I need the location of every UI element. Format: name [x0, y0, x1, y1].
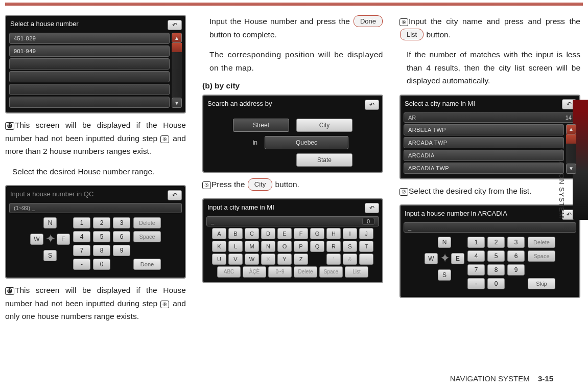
direction-south-button[interactable]: S	[438, 269, 451, 281]
direction-west-button[interactable]: W	[425, 253, 438, 264]
num-key[interactable]: 3	[507, 237, 525, 248]
num-key[interactable]: 8	[487, 264, 505, 276]
digits-key[interactable]: 0~9	[268, 266, 292, 278]
letter-key[interactable]: G	[310, 228, 324, 239]
letter-key[interactable]: I	[343, 228, 357, 239]
screenshot-select-city: Select a city name in MI ↶ AR 14 ARBELA …	[399, 95, 580, 179]
letter-key[interactable]: Y	[277, 254, 292, 265]
num-key[interactable]: 9	[113, 245, 130, 256]
space-button[interactable]: Space	[528, 250, 555, 262]
num-key[interactable]: 6	[507, 250, 525, 262]
space-button[interactable]: Space	[133, 231, 161, 242]
num-key[interactable]: 5	[487, 250, 505, 262]
letter-key[interactable]: T	[359, 241, 373, 252]
letter-key[interactable]: X	[261, 254, 275, 265]
letter-key[interactable]: B	[228, 228, 243, 239]
back-icon[interactable]: ↶	[168, 20, 182, 30]
footer-page-number: 3-15	[538, 374, 553, 383]
letter-key[interactable]: Z	[294, 254, 308, 265]
delete-button[interactable]: Delete	[528, 237, 555, 248]
region-button[interactable]: Quebec	[265, 136, 348, 149]
instruction-map: The corresponding position will be displ…	[202, 48, 383, 74]
letter-key[interactable]: R	[326, 241, 341, 252]
step-6-note: If the number of matches with the input …	[399, 48, 580, 87]
letter-key[interactable]: K	[212, 241, 226, 252]
letter-key[interactable]: '	[326, 254, 341, 265]
letter-key[interactable]: S	[343, 241, 357, 252]
back-icon[interactable]: ↶	[365, 203, 379, 213]
num-key[interactable]: 0	[487, 278, 505, 289]
letter-key[interactable]: W	[245, 254, 259, 265]
num-key[interactable]: 9	[507, 264, 525, 276]
num-key[interactable]: 0	[93, 259, 110, 270]
direction-east-button[interactable]: E	[57, 234, 70, 245]
letter-key[interactable]: A	[212, 228, 226, 239]
city-button[interactable]: City	[296, 119, 352, 132]
num-key[interactable]: 4	[467, 250, 485, 262]
direction-south-button[interactable]: S	[43, 250, 57, 261]
list-item[interactable]: ARBELA TWP	[404, 124, 564, 135]
letter-key[interactable]: U	[212, 254, 226, 265]
direction-west-button[interactable]: W	[30, 234, 43, 245]
list-item[interactable]: 901-949	[9, 45, 170, 57]
num-key[interactable]: 2	[93, 217, 110, 228]
list-item[interactable]: ARCADIA	[404, 150, 564, 161]
num-key[interactable]: 3	[113, 217, 130, 228]
space-key[interactable]: Space	[319, 266, 343, 278]
letter-key[interactable]: O	[277, 241, 292, 252]
text-input[interactable]: _	[404, 222, 576, 233]
done-button[interactable]: Done	[133, 259, 161, 270]
scroll-up-icon[interactable]: ▲	[172, 33, 182, 43]
num-key[interactable]: 6	[113, 231, 130, 242]
direction-north-button[interactable]: N	[43, 217, 57, 228]
list-key[interactable]: List	[345, 266, 368, 278]
skip-button[interactable]: Skip	[528, 278, 555, 289]
direction-north-button[interactable]: N	[438, 237, 451, 248]
num-key[interactable]: 5	[93, 231, 110, 242]
letter-key[interactable]: &	[343, 254, 357, 265]
letter-key[interactable]: L	[228, 241, 243, 252]
back-icon[interactable]: ↶	[365, 100, 379, 110]
scroll-down-icon[interactable]: ▼	[172, 98, 182, 108]
street-button[interactable]: Street	[233, 119, 289, 132]
state-button[interactable]: State	[296, 153, 352, 167]
num-key[interactable]: -	[467, 278, 485, 289]
delete-key[interactable]: Delete	[294, 266, 317, 278]
letter-key[interactable]: Q	[310, 241, 324, 252]
step-6-text: ⑥Input the city name and press and press…	[399, 15, 580, 41]
abc-key[interactable]: ABC	[217, 266, 241, 278]
num-key[interactable]: -	[73, 259, 90, 270]
letter-key[interactable]: M	[245, 241, 259, 252]
num-key[interactable]: 8	[93, 245, 110, 256]
letter-key[interactable]: J	[359, 228, 373, 239]
direction-east-button[interactable]: E	[451, 253, 464, 264]
num-key[interactable]: 4	[73, 231, 90, 242]
text-input[interactable]: _ 0	[206, 216, 379, 226]
num-key[interactable]: 7	[467, 264, 485, 276]
scroll-up-icon[interactable]: ▲	[566, 124, 576, 134]
num-key[interactable]: 1	[467, 237, 485, 248]
text-input[interactable]: (1~99) _	[9, 203, 182, 213]
scroll-down-icon[interactable]: ▼	[566, 164, 576, 174]
list-item[interactable]: ARCADIA TWP	[404, 163, 564, 174]
back-icon[interactable]: ↶	[168, 190, 182, 200]
num-key[interactable]: 7	[73, 245, 90, 256]
letter-key[interactable]: P	[294, 241, 308, 252]
letter-key[interactable]: -	[359, 254, 373, 265]
num-key[interactable]: 2	[487, 237, 505, 248]
letter-key[interactable]: E	[277, 228, 292, 239]
list-item[interactable]: ARCADA TWP	[404, 137, 564, 148]
letter-key[interactable]: N	[261, 241, 275, 252]
num-key[interactable]: 1	[73, 217, 90, 228]
letter-key[interactable]: F	[294, 228, 308, 239]
delete-button[interactable]: Delete	[133, 217, 161, 228]
list-item[interactable]: 451-829	[9, 33, 170, 44]
letter-key[interactable]: C	[245, 228, 259, 239]
letter-key[interactable]: D	[261, 228, 275, 239]
letter-key[interactable]: H	[326, 228, 341, 239]
scrollbar[interactable]: ▲ ▼	[566, 124, 576, 174]
scrollbar[interactable]: ▲ ▼	[172, 33, 182, 108]
text-input[interactable]: AR 14	[404, 112, 576, 123]
letter-key[interactable]: V	[228, 254, 243, 265]
accent-key[interactable]: ÀÇÈ	[243, 266, 266, 278]
